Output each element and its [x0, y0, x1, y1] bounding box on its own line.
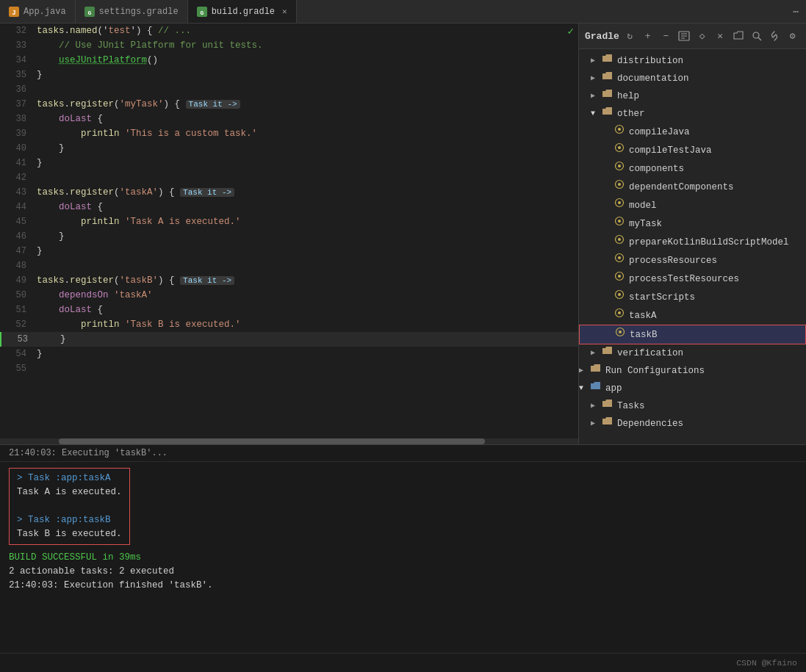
gradle-minus-btn[interactable]: −: [658, 28, 674, 44]
tab-more-button[interactable]: ⋯: [785, 6, 806, 18]
folder-icon-help: [602, 89, 614, 104]
code-line-43: 43 tasks.register('taskA') { Task it ->: [0, 185, 578, 200]
code-line-47: 47 }: [0, 244, 578, 259]
tree-item-processTestResources[interactable]: ▶ processTestResources: [579, 270, 806, 288]
code-line-44: 44 doLast {: [0, 200, 578, 214]
code-line-35: 35 }: [0, 68, 578, 82]
terminal-area: 21:40:03: Executing 'taskB'... > Task :a…: [0, 444, 806, 672]
terminal-task-b-output: Task B is executed.: [17, 527, 122, 541]
code-line-41: 41 }: [0, 156, 578, 170]
task-icon-startScripts: [614, 289, 626, 305]
tree-arrow-runConfigurations: ▶: [579, 364, 591, 378]
svg-point-30: [618, 275, 621, 278]
code-line-45: 45 println 'Task A is executed.': [0, 214, 578, 229]
svg-point-22: [618, 201, 621, 204]
tree-label-verification: verification: [617, 346, 683, 361]
gradle-header: Gradle ↻ + − ◇ ✕ ⚙: [579, 24, 806, 49]
code-line-40: 40 }: [0, 141, 578, 156]
tree-arrow-tasks: ▶: [591, 399, 602, 413]
code-line-48: 48: [0, 259, 578, 273]
svg-text:J: J: [12, 10, 15, 17]
tree-item-taskA[interactable]: ▶ taskA: [579, 306, 806, 325]
tree-label-tasks: Tasks: [617, 399, 645, 413]
tree-item-prepareKotlin[interactable]: ▶ prepareKotlinBuildScriptModel: [579, 233, 806, 251]
gradle-diamond-btn[interactable]: ◇: [694, 28, 710, 44]
gradle-search-btn[interactable]: [749, 28, 764, 44]
tree-item-startScripts[interactable]: ▶ startScripts: [579, 288, 806, 306]
build-gradle-icon: G: [197, 7, 207, 17]
tree-item-app[interactable]: ▼ app: [579, 380, 806, 397]
gradle-link-btn[interactable]: [767, 28, 782, 44]
tree-item-verification[interactable]: ▶ verification: [579, 344, 806, 362]
tree-item-model[interactable]: ▶ model: [579, 196, 806, 214]
gradle-refresh-btn[interactable]: ↻: [622, 28, 638, 44]
tree-label-myTask: myTask: [629, 217, 662, 231]
tree-label-processTestResources: processTestResources: [629, 272, 739, 286]
folder-icon-tasks: [602, 399, 614, 413]
tab-settings-gradle[interactable]: G settings.gradle: [76, 0, 188, 23]
gradle-tree[interactable]: ▶ distribution ▶ documentation ▶: [579, 49, 806, 444]
task-icon-taskA: [614, 308, 626, 323]
tree-label-other: other: [617, 106, 645, 121]
editor-scrollbar-thumb[interactable]: [59, 438, 485, 444]
tree-arrow-verification: ▶: [591, 346, 602, 361]
editor-scrollbar[interactable]: [0, 438, 578, 444]
check-mark: ✓: [568, 25, 574, 37]
tree-item-compileJava[interactable]: ▶ compileJava: [579, 123, 806, 141]
code-line-54: 54 }: [0, 347, 578, 361]
tree-arrow-dependencies: ▶: [591, 416, 602, 431]
tab-bar: J App.java G settings.gradle G build.gra…: [0, 0, 806, 24]
tree-item-dependentComponents[interactable]: ▶ dependentComponents: [579, 178, 806, 196]
tab-app-java[interactable]: J App.java: [0, 0, 76, 23]
tree-item-other[interactable]: ▼ other: [579, 105, 806, 123]
tab-close-button[interactable]: ✕: [282, 7, 287, 16]
tree-label-runConfigurations: Run Configurations: [605, 364, 705, 378]
svg-point-24: [618, 220, 621, 223]
gradle-add-btn[interactable]: +: [640, 28, 655, 44]
terminal-status-line: 21:40:03: Executing 'taskB'...: [0, 445, 806, 462]
code-line-51: 51 doLast {: [0, 303, 578, 317]
tree-label-taskB: taskB: [630, 328, 658, 342]
folder-icon-distribution: [602, 54, 614, 68]
code-line-37: 37 tasks.register('myTask') { Task it ->: [0, 97, 578, 112]
terminal-finished: 21:40:03: Execution finished 'taskB'.: [9, 579, 797, 593]
tree-item-compileTestJava[interactable]: ▶ compileTestJava: [579, 141, 806, 159]
gradle-close-btn[interactable]: ✕: [713, 28, 728, 44]
code-area[interactable]: 32 tasks.named('test') { // ... 33 // Us…: [0, 24, 578, 438]
gradle-script-btn[interactable]: [677, 28, 692, 44]
tree-item-processResources[interactable]: ▶ processResources: [579, 251, 806, 270]
tree-item-taskB[interactable]: ▶ taskB: [579, 325, 806, 344]
tree-item-documentation[interactable]: ▶ documentation: [579, 70, 806, 87]
tree-item-tasks[interactable]: ▶ Tasks: [579, 397, 806, 415]
terminal-highlight-box: > Task :app:taskA Task A is executed. > …: [9, 468, 130, 545]
gradle-settings-btn[interactable]: ⚙: [785, 28, 800, 44]
tree-arrow-distribution: ▶: [591, 54, 602, 68]
task-icon-taskB: [615, 327, 627, 342]
task-icon-compileTestJava: [614, 142, 626, 158]
tree-item-help[interactable]: ▶ help: [579, 87, 806, 105]
svg-point-16: [618, 146, 621, 149]
tree-label-taskA: taskA: [629, 308, 657, 323]
java-icon: J: [9, 7, 19, 17]
tree-label-compileJava: compileJava: [629, 125, 690, 140]
code-line-33: 33 // Use JUnit Platform for unit tests.: [0, 38, 578, 53]
svg-line-12: [773, 35, 776, 37]
tree-item-distribution[interactable]: ▶ distribution: [579, 52, 806, 70]
code-line-55: 55: [0, 361, 578, 376]
tree-label-app: app: [605, 381, 622, 396]
tree-item-myTask[interactable]: ▶ myTask: [579, 214, 806, 233]
task-icon-model: [614, 198, 626, 213]
tree-label-documentation: documentation: [617, 71, 689, 86]
terminal-task-a-header: > Task :app:taskA: [17, 472, 122, 485]
tree-item-runConfigurations[interactable]: ▶ Run Configurations: [579, 362, 806, 380]
tab-app-java-label: App.java: [24, 7, 66, 17]
tree-label-processResources: processResources: [629, 253, 717, 268]
svg-point-18: [618, 165, 621, 167]
tab-build-gradle[interactable]: G build.gradle ✕: [188, 0, 297, 23]
folder-icon-runConfigurations: [591, 364, 602, 378]
code-line-32: 32 tasks.named('test') { // ...: [0, 24, 578, 38]
gradle-folder-btn[interactable]: [731, 28, 746, 44]
tree-arrow-other: ▼: [591, 106, 602, 121]
tree-item-dependencies[interactable]: ▶ Dependencies: [579, 415, 806, 433]
tree-item-components[interactable]: ▶ components: [579, 159, 806, 178]
